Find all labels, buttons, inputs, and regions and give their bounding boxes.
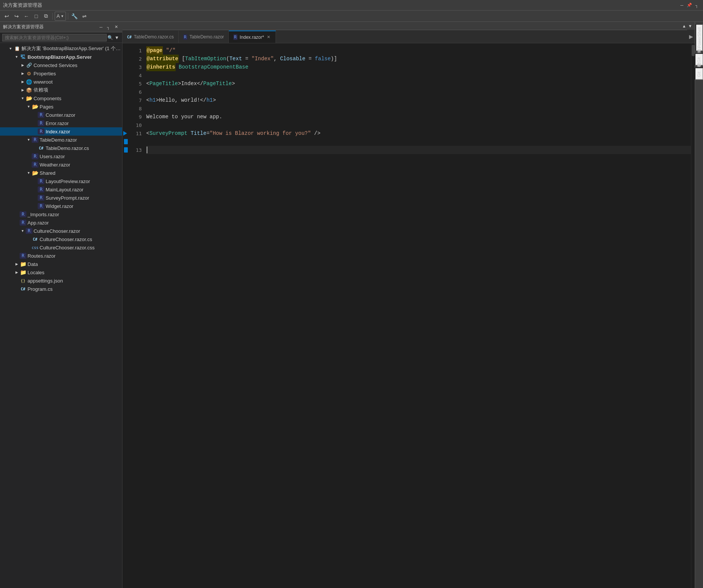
sidebar-item-mainlayout[interactable]: R MainLayout.razor <box>0 185 122 194</box>
dependencies-arrow: ▶ <box>20 88 26 92</box>
tab-tabledemo-razor-label: TableDemo.razor <box>190 34 224 40</box>
code-editor[interactable]: @page "/" @attribute [TabItemOption(Text… <box>143 43 691 588</box>
editor-scroll-up-btn[interactable]: ▲ <box>681 23 687 29</box>
data-label: Data <box>28 261 38 267</box>
scrollbar-thumb[interactable] <box>692 45 695 56</box>
sidebar-item-tabledemo-folder[interactable]: ▼ R TableDemo.razor <box>0 136 122 144</box>
culturechooser-label: CultureChooser.razor <box>34 228 80 234</box>
pin-btn[interactable]: 📌 <box>686 2 692 8</box>
sidebar-item-culturechooser-cs[interactable]: C# CultureChooser.razor.cs <box>0 235 122 243</box>
solution-icon: 📋 <box>14 46 20 51</box>
locales-arrow: ▶ <box>14 270 20 274</box>
toolbar: ↩ ↪ ← □ ⧉ A ▼ 🔧 ⇌ <box>0 11 703 22</box>
gutter-line-9: 9 <box>123 113 143 121</box>
panel-title-bar: 解决方案资源管理器 ─ ┐ ✕ <box>0 22 122 32</box>
tab-tabledemo-razor-cs[interactable]: C# TableDemo.razor.cs <box>123 31 179 43</box>
settings-btn[interactable]: 🔧 <box>70 12 79 21</box>
index-label: Index.razor <box>46 129 70 134</box>
search-input[interactable] <box>2 34 107 41</box>
powershell-btn[interactable]: PowerShell <box>695 24 703 51</box>
redo-btn[interactable]: ↪ <box>12 12 21 21</box>
sidebar-item-surveyprompt[interactable]: R SurveyPrompt.razor <box>0 194 122 202</box>
sidebar-item-routes[interactable]: R Routes.razor <box>0 252 122 260</box>
culturechooser-arrow: ▼ <box>20 229 26 233</box>
appsettings-icon: {} <box>20 278 26 283</box>
copy-btn[interactable]: □ <box>32 12 41 21</box>
shared-arrow: ▼ <box>26 171 32 175</box>
sync-btn[interactable]: ⇌ <box>80 12 89 21</box>
sidebar-item-imports[interactable]: R _Imports.razor <box>0 210 122 218</box>
title-bar: 决方案资源管理器 ─ 📌 ┐ <box>0 0 703 11</box>
app-label: App.razor <box>28 220 49 226</box>
sidebar-item-wwwroot[interactable]: ▶ 🌐 wwwroot <box>0 78 122 86</box>
sidebar-item-error[interactable]: R Error.razor <box>0 119 122 127</box>
tab-tabledemo-razor[interactable]: R TableDemo.razor <box>179 31 229 43</box>
sidebar-item-counter[interactable]: R Counter.razor <box>0 111 122 119</box>
vertical-scrollbar[interactable] <box>691 43 695 588</box>
gutter-line-6: 6 <box>123 88 143 96</box>
sidebar-item-app[interactable]: R App.razor <box>0 218 122 227</box>
tab-index-razor-label: Index.razor* <box>240 35 264 40</box>
sidebar-item-widget[interactable]: R Widget.razor <box>0 202 122 210</box>
widget-icon: R <box>38 203 44 209</box>
tree-item-solution[interactable]: ▼ 📋 解决方案 'BootstrapBlazorApp.Server' (1 … <box>0 44 122 53</box>
minimize-btn[interactable]: ─ <box>679 2 685 8</box>
token-page-kw: @page <box>146 46 163 55</box>
sidebar-item-program[interactable]: C# Program.cs <box>0 285 122 293</box>
routes-label: Routes.razor <box>28 253 55 259</box>
tab-index-razor[interactable]: R Index.razor* ✕ <box>229 31 276 43</box>
sidebar-item-shared[interactable]: ▼ 📂 Shared <box>0 169 122 177</box>
sidebar-item-components[interactable]: ▼ 📂 Components <box>0 94 122 102</box>
counter-label: Counter.razor <box>46 112 75 118</box>
index-icon: R <box>38 128 44 134</box>
editor-content[interactable]: 1 2 3 4 5 <box>123 43 695 588</box>
sidebar-item-connected-services[interactable]: ▶ 🔗 Connected Services <box>0 61 122 69</box>
git-changes-btn[interactable]: Git 更改 <box>695 53 703 66</box>
gutter-line-12 <box>123 137 143 146</box>
editor-area: ▲ ▼ C# TableDemo.razor.cs R TableDemo.ra… <box>123 22 695 588</box>
sidebar-item-users[interactable]: R Users.razor <box>0 152 122 160</box>
sidebar-item-locales[interactable]: ▶ 📁 Locales <box>0 268 122 276</box>
refresh-btn[interactable]: ↩ <box>2 12 11 21</box>
editor-scroll-down-btn[interactable]: ▼ <box>687 23 693 29</box>
sidebar-item-dependencies[interactable]: ▶ 📦 依赖项 <box>0 86 122 94</box>
sidebar-item-index-razor[interactable]: R Index.razor <box>0 127 122 136</box>
connected-services-arrow: ▶ <box>20 63 26 67</box>
weather-icon: R <box>32 162 38 168</box>
code-line-6 <box>146 88 691 96</box>
shared-folder-icon: 📂 <box>32 170 38 176</box>
sidebar-item-data[interactable]: ▶ 📁 Data <box>0 260 122 268</box>
pin2-btn[interactable]: ┐ <box>694 2 700 8</box>
git-repo-btn[interactable]: Git 存储库 <box>695 67 703 80</box>
token-attribute-kw: @attribute <box>146 55 179 63</box>
widget-label: Widget.razor <box>46 203 74 209</box>
culturechooser-css-icon: css <box>32 246 38 250</box>
panel-pin-btn[interactable]: ─ <box>98 24 104 30</box>
code-line-3: @inherits BootstrapComponentBase <box>146 63 691 71</box>
sidebar-item-tabledemo-cs[interactable]: C# TableDemo.razor.cs <box>0 144 122 152</box>
new-btn[interactable]: ⧉ <box>41 12 51 21</box>
imports-label: _Imports.razor <box>28 212 59 217</box>
gutter-line-2: 2 <box>123 55 143 63</box>
sidebar-item-culturechooser-css[interactable]: css CultureChooser.razor.css <box>0 243 122 252</box>
panel-close-btn[interactable]: ✕ <box>113 24 119 30</box>
sidebar-item-pages[interactable]: ▼ 📂 Pages <box>0 102 122 111</box>
panel-dock-btn[interactable]: ┐ <box>106 24 112 30</box>
sidebar-item-properties[interactable]: ▶ ⚙ Properties <box>0 69 122 78</box>
tree-item-project[interactable]: ▼ 🏗 BootstrapBlazorApp.Server <box>0 53 122 61</box>
sidebar-item-weather[interactable]: R Weather.razor <box>0 160 122 169</box>
program-icon: C# <box>20 287 26 291</box>
search-settings-btn[interactable]: ▼ <box>114 35 120 41</box>
tabledemo-cs-tab-icon: C# <box>127 35 132 39</box>
filter-btn[interactable]: A ▼ <box>55 12 66 21</box>
sidebar-item-culturechooser-folder[interactable]: ▼ R CultureChooser.razor <box>0 227 122 235</box>
tree-container[interactable]: ▼ 📋 解决方案 'BootstrapBlazorApp.Server' (1 … <box>0 43 122 588</box>
tab-scroll-btn[interactable]: ▶ <box>687 30 695 43</box>
back-btn[interactable]: ← <box>22 12 31 21</box>
properties-label: Properties <box>34 71 56 76</box>
tab-index-razor-close[interactable]: ✕ <box>266 35 271 40</box>
sidebar-item-layoutpreview[interactable]: R LayoutPreview.razor <box>0 177 122 185</box>
sidebar-item-appsettings[interactable]: {} appsettings.json <box>0 276 122 285</box>
wwwroot-arrow: ▶ <box>20 80 26 84</box>
locales-label: Locales <box>28 270 44 275</box>
